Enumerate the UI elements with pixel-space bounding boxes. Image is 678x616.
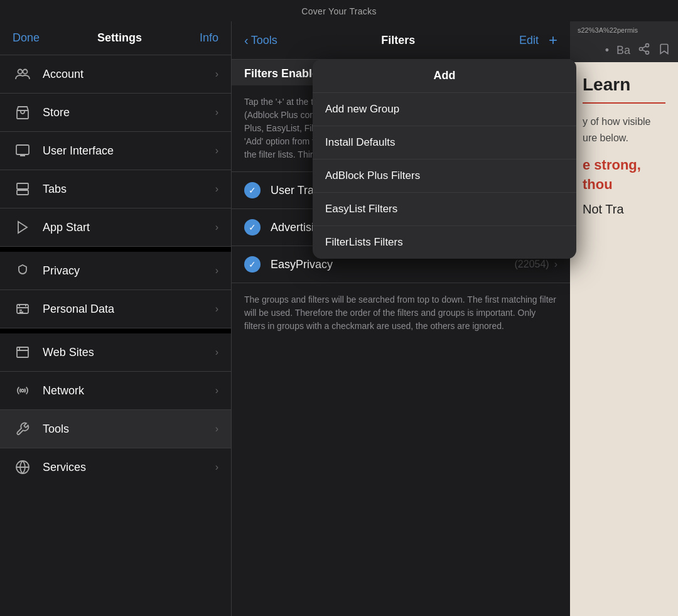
- svg-rect-3: [16, 145, 29, 154]
- edit-button[interactable]: Edit: [519, 34, 539, 47]
- dropdown-add-new-group[interactable]: Add new Group: [313, 93, 576, 126]
- web-sites-chevron: ›: [215, 347, 218, 358]
- svg-point-11: [640, 48, 643, 51]
- easyprivacy-name: EasyPrivacy: [271, 258, 515, 271]
- filters-footer: The groups and filters will be searched …: [232, 283, 570, 343]
- done-button[interactable]: Done: [13, 31, 40, 45]
- filters-panel: ‹ Tools Filters Edit + Filters Enabled T…: [231, 21, 570, 616]
- learn-strong: e strong, thou: [583, 156, 665, 195]
- svg-rect-5: [17, 190, 28, 195]
- svg-marker-6: [18, 222, 27, 233]
- app-start-icon: [13, 217, 33, 237]
- web-sites-icon: [13, 342, 33, 362]
- account-chevron: ›: [215, 68, 218, 80]
- services-label: Services: [43, 461, 215, 474]
- sidebar-item-tabs[interactable]: Tabs ›: [0, 170, 231, 208]
- web-sites-label: Web Sites: [43, 346, 215, 359]
- learn-toolbar: • Ba: [570, 39, 678, 62]
- user-interface-label: User Interface: [43, 144, 215, 158]
- tabs-label: Tabs: [43, 183, 215, 196]
- filters-actions: Edit +: [519, 31, 557, 49]
- not-tracking-text: Not Tra: [583, 202, 624, 216]
- sidebar-item-app-start[interactable]: App Start ›: [0, 208, 231, 247]
- personal-data-icon: [13, 299, 33, 319]
- user-tracking-checkbox[interactable]: ✓: [244, 182, 261, 198]
- svg-point-0: [18, 70, 23, 74]
- store-icon: [13, 102, 33, 122]
- tabs-icon: [13, 179, 33, 199]
- sidebar: Done Settings Info Account ›: [0, 21, 231, 616]
- svg-rect-8: [17, 347, 28, 357]
- status-bar-title: Cover Your Tracks: [301, 6, 377, 16]
- svg-point-12: [646, 51, 649, 54]
- store-label: Store: [43, 106, 215, 119]
- account-icon: [13, 64, 33, 84]
- dot-icon: •: [605, 44, 609, 57]
- url-bar[interactable]: s22%3A%22permis: [570, 21, 678, 39]
- easyprivacy-count: (22054): [515, 259, 549, 270]
- sidebar-header: Done Settings Info: [0, 21, 231, 55]
- personal-data-chevron: ›: [215, 303, 218, 315]
- tools-chevron: ›: [215, 423, 218, 435]
- dropdown-install-defaults[interactable]: Install Defaults: [313, 126, 576, 159]
- app-start-chevron: ›: [215, 222, 218, 233]
- svg-line-14: [642, 46, 646, 48]
- services-icon: [13, 457, 33, 477]
- filters-header: ‹ Tools Filters Edit +: [232, 21, 570, 60]
- store-chevron: ›: [215, 107, 218, 118]
- dropdown-adblock-plus[interactable]: AdBlock Plus Filters: [313, 159, 576, 193]
- tools-label: Tools: [43, 423, 215, 436]
- easyprivacy-chevron: ›: [554, 259, 557, 270]
- sidebar-item-privacy[interactable]: Privacy ›: [0, 252, 231, 290]
- sidebar-item-account[interactable]: Account ›: [0, 55, 231, 94]
- filters-title: Filters: [381, 34, 415, 47]
- info-button[interactable]: Info: [200, 31, 218, 45]
- add-dropdown: Add Add new Group Install Defaults AdBlo…: [313, 59, 576, 259]
- sidebar-item-services[interactable]: Services ›: [0, 448, 231, 486]
- privacy-icon: [13, 261, 33, 281]
- svg-line-13: [642, 50, 646, 51]
- network-label: Network: [43, 384, 215, 397]
- dropdown-title: Add: [313, 59, 576, 93]
- bookmark-icon[interactable]: [658, 43, 670, 58]
- sidebar-item-network[interactable]: Network ›: [0, 372, 231, 410]
- sidebar-item-tools[interactable]: Tools ›: [0, 410, 231, 448]
- back-arrow-icon[interactable]: Ba: [616, 44, 630, 57]
- back-button[interactable]: ‹ Tools: [244, 33, 277, 48]
- back-label: Tools: [251, 34, 277, 47]
- filters-footer-text: The groups and filters will be searched …: [244, 294, 556, 331]
- user-interface-chevron: ›: [215, 145, 218, 156]
- network-icon: [13, 381, 33, 401]
- dropdown-filterlists[interactable]: FilterLists Filters: [313, 226, 576, 259]
- learn-body: y of how visible ure below.: [583, 114, 665, 146]
- account-label: Account: [43, 68, 215, 81]
- settings-title: Settings: [97, 31, 142, 45]
- personal-data-label: Personal Data: [43, 303, 215, 316]
- sidebar-item-store[interactable]: Store ›: [0, 94, 231, 132]
- svg-rect-4: [17, 183, 28, 189]
- services-chevron: ›: [215, 462, 218, 473]
- sidebar-item-web-sites[interactable]: Web Sites ›: [0, 333, 231, 372]
- learn-not-tracking: Not Tra: [583, 202, 665, 217]
- svg-point-10: [646, 44, 649, 47]
- learn-strong-highlight: e strong, thou: [583, 157, 641, 192]
- sidebar-item-personal-data[interactable]: Personal Data ›: [0, 290, 231, 328]
- learn-panel: s22%3A%22permis • Ba Learn: [570, 21, 678, 616]
- easyprivacy-checkbox[interactable]: ✓: [244, 256, 261, 273]
- sidebar-divider-2: [0, 328, 231, 333]
- dropdown-easylist[interactable]: EasyList Filters: [313, 193, 576, 226]
- status-bar: Cover Your Tracks: [0, 0, 678, 21]
- advertising-checkbox[interactable]: ✓: [244, 219, 261, 235]
- plus-button[interactable]: +: [549, 31, 557, 49]
- privacy-chevron: ›: [215, 265, 218, 276]
- sidebar-item-user-interface[interactable]: User Interface ›: [0, 132, 231, 170]
- learn-body-text: y of how visible ure below.: [583, 116, 651, 143]
- advertising-check: ✓: [249, 222, 256, 232]
- app-start-label: App Start: [43, 221, 215, 234]
- share-icon[interactable]: [638, 43, 650, 58]
- sidebar-divider-1: [0, 247, 231, 252]
- svg-point-1: [23, 70, 28, 74]
- tools-icon: [13, 419, 33, 439]
- privacy-label: Privacy: [43, 264, 215, 278]
- network-chevron: ›: [215, 385, 218, 396]
